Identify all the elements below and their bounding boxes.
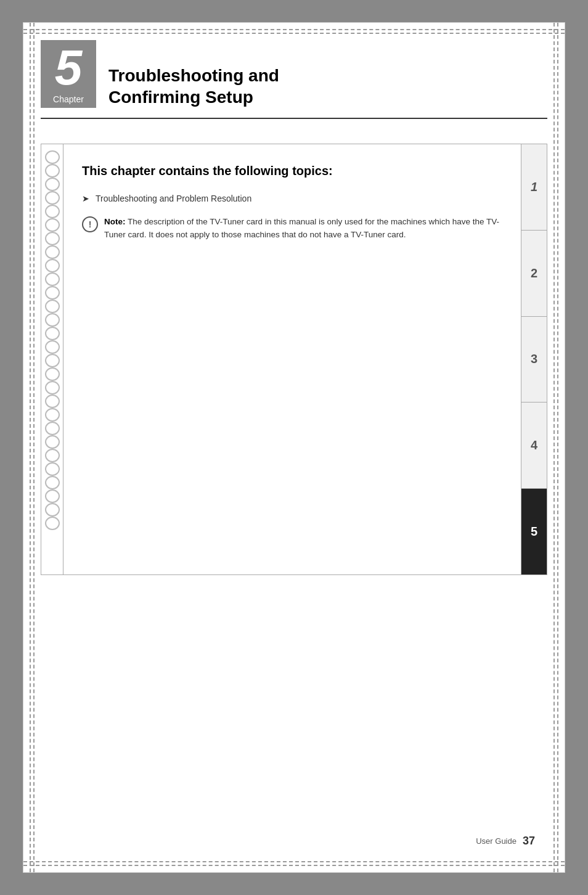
note-label: Note: bbox=[104, 217, 126, 226]
spiral-coil bbox=[45, 367, 60, 381]
toc-item: ➤ Troubleshooting and Problem Resolution bbox=[82, 194, 508, 203]
spiral-coil bbox=[45, 286, 60, 300]
note-icon: ! bbox=[82, 216, 98, 232]
chapter-label: Chapter bbox=[53, 94, 84, 104]
page: 5 Chapter Troubleshooting andConfirming … bbox=[23, 22, 565, 873]
spiral-coil bbox=[45, 517, 60, 530]
spiral-coil bbox=[45, 476, 60, 489]
dashed-border-right bbox=[553, 23, 558, 872]
spiral-coil bbox=[45, 191, 60, 205]
chapter-title: Troubleshooting andConfirming Setup bbox=[108, 65, 279, 108]
spiral-coil bbox=[45, 218, 60, 232]
spiral-coil bbox=[45, 340, 60, 354]
tab-item-1[interactable]: 1 bbox=[521, 144, 547, 231]
dashed-border-bottom bbox=[23, 861, 565, 866]
tab-item-4[interactable]: 4 bbox=[521, 403, 547, 489]
spiral-coil bbox=[45, 272, 60, 286]
footer-label: User Guide bbox=[476, 836, 517, 846]
spiral-coil bbox=[45, 259, 60, 272]
spiral-coil bbox=[45, 232, 60, 245]
spiral-coil bbox=[45, 150, 60, 164]
toc-heading: This chapter contains the following topi… bbox=[82, 163, 508, 179]
chapter-number-block: 5 Chapter bbox=[41, 40, 96, 108]
spiral-coil bbox=[45, 408, 60, 422]
notebook-inner: This chapter contains the following topi… bbox=[63, 144, 521, 574]
spiral-coil bbox=[45, 178, 60, 191]
spiral-coil bbox=[45, 381, 60, 394]
spiral-binding bbox=[41, 144, 63, 574]
dashed-border-top bbox=[23, 29, 565, 34]
dashed-border-left bbox=[30, 23, 35, 872]
spiral-coil bbox=[45, 205, 60, 218]
spiral-coil bbox=[45, 462, 60, 476]
tab-navigation: 1 2 3 4 5 bbox=[521, 144, 547, 574]
spiral-coil bbox=[45, 489, 60, 503]
note-block: ! Note: The description of the TV-Tuner … bbox=[82, 216, 508, 242]
spiral-coil bbox=[45, 245, 60, 259]
toc-arrow-icon: ➤ bbox=[82, 194, 89, 203]
spiral-coil bbox=[45, 503, 60, 517]
spiral-coil bbox=[45, 327, 60, 340]
chapter-header: 5 Chapter Troubleshooting andConfirming … bbox=[41, 40, 547, 119]
spiral-coil bbox=[45, 435, 60, 449]
spiral-coil bbox=[45, 164, 60, 178]
notebook-box: This chapter contains the following topi… bbox=[41, 144, 547, 575]
spiral-coil bbox=[45, 422, 60, 435]
page-content: 5 Chapter Troubleshooting andConfirming … bbox=[41, 40, 547, 855]
tab-item-5[interactable]: 5 bbox=[521, 489, 547, 574]
chapter-number: 5 bbox=[55, 43, 83, 92]
spiral-coil bbox=[45, 300, 60, 313]
spiral-coil bbox=[45, 394, 60, 408]
spiral-coil bbox=[45, 354, 60, 367]
toc-item-label: Troubleshooting and Problem Resolution bbox=[96, 194, 251, 203]
tab-item-2[interactable]: 2 bbox=[521, 231, 547, 317]
footer: User Guide 37 bbox=[476, 835, 535, 848]
spiral-coil bbox=[45, 313, 60, 327]
footer-page-number: 37 bbox=[523, 835, 535, 848]
note-body: The description of the TV-Tuner card in … bbox=[104, 217, 499, 239]
note-text: Note: The description of the TV-Tuner ca… bbox=[104, 216, 508, 242]
spiral-coil bbox=[45, 449, 60, 462]
tab-item-3[interactable]: 3 bbox=[521, 317, 547, 403]
